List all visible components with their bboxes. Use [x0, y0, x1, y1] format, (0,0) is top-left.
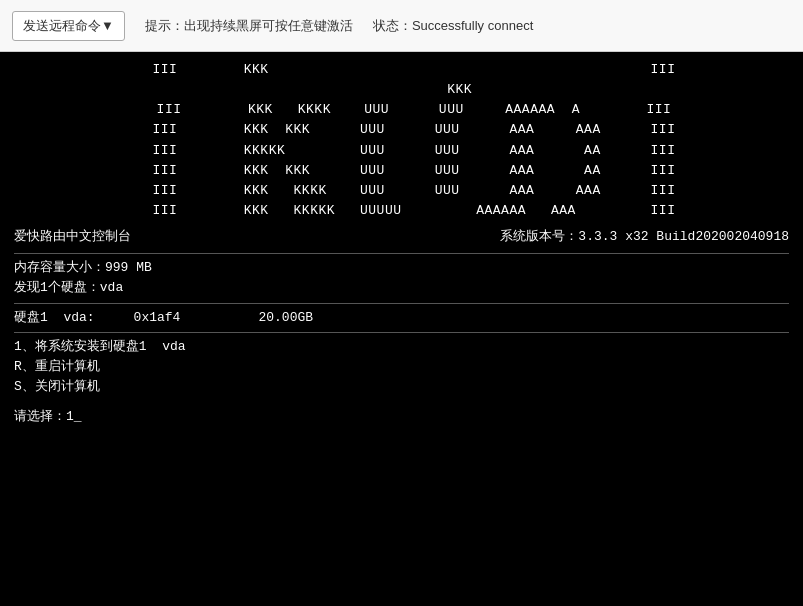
ascii-line-1: III KKK III: [128, 60, 676, 80]
disk-line: 硬盘1 vda: 0x1af4 20.00GB: [14, 308, 789, 328]
brand-version-row: 爱快路由中文控制台 系统版本号：3.3.3 x32 Build202002040…: [14, 225, 789, 249]
menu-line1: 1、将系统安装到硬盘1 vda: [14, 337, 789, 357]
toolbar-hint: 提示：出现持续黑屏可按任意键激活: [145, 17, 353, 35]
toolbar: 发送远程命令▼ 提示：出现持续黑屏可按任意键激活 状态：Successfully…: [0, 0, 803, 52]
mem-line1: 内存容量大小：999 MB: [14, 258, 789, 278]
menu-line2: R、重启计算机: [14, 357, 789, 377]
ascii-line-5: III KKKKK UUU UUU AAA AA III: [128, 141, 676, 161]
terminal-area[interactable]: III KKK III KKK III KKK KKKK UUU UUU AAA…: [0, 52, 803, 606]
ascii-line-3: III KKK KKKK UUU UUU AAAAAA A III: [132, 100, 672, 120]
ascii-line-6: III KKK KKK UUU UUU AAA AA III: [128, 161, 676, 181]
send-remote-cmd-button[interactable]: 发送远程命令▼: [12, 11, 125, 41]
ascii-line-7: III KKK KKKK UUU UUU AAA AAA III: [128, 181, 676, 201]
version-label: 系统版本号：3.3.3 x32 Build202002040918: [500, 227, 789, 247]
send-remote-cmd-label: 发送远程命令▼: [23, 17, 114, 35]
ascii-line-2: KKK: [331, 80, 472, 100]
ascii-line-4: III KKK KKK UUU UUU AAA AAA III: [128, 120, 676, 140]
brand-label: 爱快路由中文控制台: [14, 227, 131, 247]
mem-line2: 发现1个硬盘：vda: [14, 278, 789, 298]
divider-3: [14, 332, 789, 333]
ascii-line-8: III KKK KKKKK UUUUU AAAAAA AAA III: [128, 201, 676, 221]
menu-line3: S、关闭计算机: [14, 377, 789, 397]
prompt-line: 请选择：1_: [14, 407, 789, 427]
toolbar-status: 状态：Successfully connect: [373, 17, 533, 35]
divider-1: [14, 253, 789, 254]
ascii-art-block: III KKK III KKK III KKK KKKK UUU UUU AAA…: [14, 60, 789, 221]
divider-2: [14, 303, 789, 304]
